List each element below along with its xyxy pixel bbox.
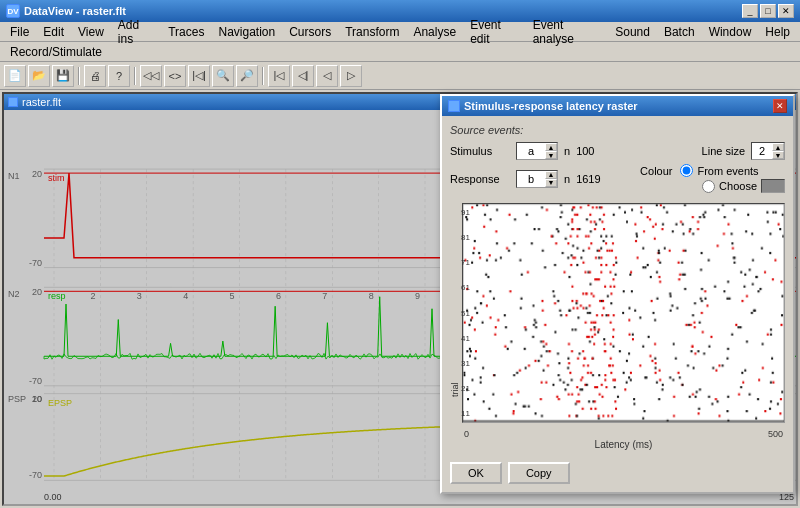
stimulus-channel-down[interactable]: ▼	[545, 151, 557, 159]
menu-sound[interactable]: Sound	[609, 24, 656, 40]
dialog-close-button[interactable]: ✕	[773, 99, 787, 113]
stimulus-channel-up[interactable]: ▲	[545, 143, 557, 151]
maximize-button[interactable]: □	[760, 4, 776, 18]
ok-button[interactable]: OK	[450, 462, 502, 484]
main-area: raster.flt Stimulus-response latency ras…	[0, 90, 800, 508]
minimize-button[interactable]: _	[742, 4, 758, 18]
menu-event-analyse[interactable]: Event analyse	[527, 17, 608, 47]
open-button[interactable]: 📂	[28, 65, 50, 87]
dialog-title: Stimulus-response latency raster	[464, 100, 638, 112]
zoom-out-button[interactable]: 🔎	[236, 65, 258, 87]
toolbar-sep2	[134, 67, 136, 85]
menu-event-edit[interactable]: Event edit	[464, 17, 525, 47]
colour-choose-radio[interactable]	[702, 180, 715, 193]
dialog-icon	[448, 100, 460, 112]
response-row: Response ▲ ▼ n 1619 Colour	[450, 164, 785, 193]
window-title: DataView - raster.flt	[24, 5, 126, 17]
line-size-input[interactable]	[752, 143, 772, 159]
stimulus-label: Stimulus	[450, 145, 510, 157]
response-label: Response	[450, 173, 510, 185]
dialog-overlay: Stimulus-response latency raster ✕ Sourc…	[440, 90, 800, 508]
stimulus-n-label: n	[564, 145, 570, 157]
raster-x-axis: 0 500	[462, 429, 785, 439]
copy-button[interactable]: Copy	[508, 462, 570, 484]
raster-plot: 91 81 71 61 51 41 31 21 11	[462, 203, 785, 423]
menu-window[interactable]: Window	[703, 24, 758, 40]
menu-bar: File Edit View Add ins Traces Navigation…	[0, 22, 800, 42]
response-channel-spinbox[interactable]: ▲ ▼	[516, 170, 558, 188]
cursor2-button[interactable]: |◁|	[188, 65, 210, 87]
y-label-61: 61	[461, 283, 470, 292]
menu-transform[interactable]: Transform	[339, 24, 405, 40]
stimulus-row: Stimulus ▲ ▼ n 100 Line size	[450, 142, 785, 160]
menu-traces[interactable]: Traces	[162, 24, 210, 40]
colour-from-events-row: Colour From events	[640, 164, 785, 177]
app-icon: DV	[6, 4, 20, 18]
x-label-500: 500	[768, 429, 783, 439]
dialog-title-bar: Stimulus-response latency raster ✕	[442, 96, 793, 116]
line-size-up[interactable]: ▲	[772, 143, 784, 151]
menu-file[interactable]: File	[4, 24, 35, 40]
stimulus-channel-spinbox[interactable]: ▲ ▼	[516, 142, 558, 160]
toolbar-sep1	[78, 67, 80, 85]
colour-label: Colour	[640, 165, 672, 177]
prev-button[interactable]: ◁	[316, 65, 338, 87]
colour-choose-row: Choose	[640, 179, 785, 193]
line-size-spinbox[interactable]: ▲ ▼	[751, 142, 785, 160]
menu-view[interactable]: View	[72, 24, 110, 40]
print-button[interactable]: 🖨	[84, 65, 106, 87]
menu-cursors[interactable]: Cursors	[283, 24, 337, 40]
colour-swatch[interactable]	[761, 179, 785, 193]
y-label-51: 51	[461, 309, 470, 318]
response-n-value: 1619	[576, 173, 600, 185]
help-button[interactable]: ?	[108, 65, 130, 87]
line-size-down[interactable]: ▼	[772, 151, 784, 159]
dialog-body: Source events: Stimulus ▲ ▼ n 100 Line	[442, 116, 793, 458]
y-label-41: 41	[461, 334, 470, 343]
waveform-icon	[8, 97, 18, 107]
zoom-in-button[interactable]: 🔍	[212, 65, 234, 87]
save-button[interactable]: 💾	[52, 65, 74, 87]
menu-edit[interactable]: Edit	[37, 24, 70, 40]
next-button[interactable]: ▷	[340, 65, 362, 87]
stimulus-n-value: 100	[576, 145, 594, 157]
colour-from-events-radio[interactable]	[680, 164, 693, 177]
stimulus-channel-input[interactable]	[517, 143, 545, 159]
new-button[interactable]: 📄	[4, 65, 26, 87]
source-events-label: Source events:	[450, 124, 785, 136]
response-channel-input[interactable]	[517, 171, 545, 187]
response-n-label: n	[564, 173, 570, 185]
y-label-11: 11	[461, 409, 470, 418]
stimulus-response-dialog: Stimulus-response latency raster ✕ Sourc…	[440, 94, 795, 494]
response-channel-up[interactable]: ▲	[545, 171, 557, 179]
dialog-buttons: OK Copy	[442, 458, 793, 492]
first-button[interactable]: |◁	[268, 65, 290, 87]
y-label-31: 31	[461, 359, 470, 368]
colour-choose-label: Choose	[719, 180, 757, 192]
x-label-0: 0	[464, 429, 469, 439]
menu-navigation[interactable]: Navigation	[212, 24, 281, 40]
menu-addins[interactable]: Add ins	[112, 17, 160, 47]
prev-arrow-button[interactable]: ◁◁	[140, 65, 162, 87]
waveform-filename: raster.flt	[22, 96, 61, 108]
menu-analyse[interactable]: Analyse	[407, 24, 462, 40]
window-controls[interactable]: _ □ ✕	[742, 4, 794, 18]
response-channel-down[interactable]: ▼	[545, 179, 557, 187]
menu-help[interactable]: Help	[759, 24, 796, 40]
y-label-91: 91	[461, 208, 470, 217]
toolbar-sep3	[262, 67, 264, 85]
cursor-button[interactable]: <>	[164, 65, 186, 87]
close-button[interactable]: ✕	[778, 4, 794, 18]
y-label-81: 81	[461, 233, 470, 242]
y-label-21: 21	[461, 384, 470, 393]
colour-from-events-label: From events	[697, 165, 758, 177]
y-axis-trial-label: trial	[450, 197, 460, 397]
menu-batch[interactable]: Batch	[658, 24, 701, 40]
y-label-71: 71	[461, 258, 470, 267]
raster-canvas	[463, 204, 784, 422]
last-button[interactable]: ◁|	[292, 65, 314, 87]
menu-record-stimulate[interactable]: Record/Stimulate	[4, 44, 108, 60]
toolbar: 📄 📂 💾 🖨 ? ◁◁ <> |◁| 🔍 🔎 |◁ ◁| ◁ ▷	[0, 62, 800, 90]
raster-x-title: Latency (ms)	[462, 439, 785, 450]
line-size-label: Line size	[702, 145, 745, 157]
